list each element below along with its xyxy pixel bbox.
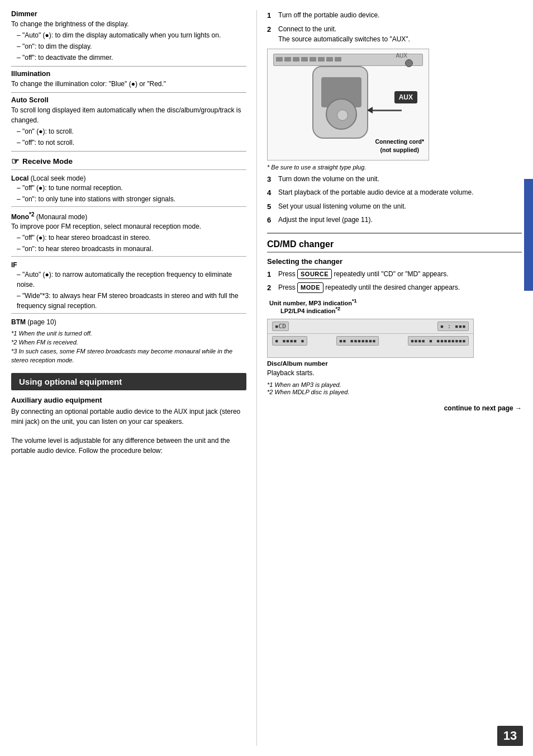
section-autoscroll: Auto Scroll To scroll long displayed ite… <box>11 92 246 148</box>
cdmd-footnote-2: *2 When MDLP disc is played. <box>267 389 522 395</box>
step-4: 4 Start playback of the portable audio d… <box>267 187 522 199</box>
continue-next: continue to next page → <box>267 404 522 412</box>
aux-body2: The volume level is adjustable for any d… <box>11 436 246 456</box>
playback-starts: Playback starts. <box>267 368 522 378</box>
footnote-1: *1 When the unit is turned off. <box>11 329 246 338</box>
section-illumination: Illumination To change the illumination … <box>11 66 246 89</box>
illumination-body: To change the illumination color: "Blue"… <box>11 79 246 89</box>
btm-section: BTM (page 10) <box>11 313 246 326</box>
cdmd-step-1-content: Press SOURCE repeatedly until "CD" or "M… <box>278 269 449 280</box>
section-dimmer: Dimmer To change the brightness of the d… <box>11 10 246 63</box>
step-2-content: Connect to the unit. The source automati… <box>278 24 410 44</box>
aux-top-label: AUX <box>396 53 407 59</box>
slot-3 <box>293 57 299 62</box>
local-section: Local (Local seek mode) – "off" (●): to … <box>11 169 246 204</box>
autoscroll-body1: To scroll long displayed item automatica… <box>11 105 246 125</box>
autoscroll-on: – "on" (●): to scroll. <box>11 126 246 136</box>
selecting-title: Selecting the changer <box>267 257 522 266</box>
step-4-text: Start playback of the portable audio dev… <box>278 187 474 199</box>
display-diagram: ▪CD ▪ : ▪▪▪ ▪ ▪▪▪▪ ▪ ▪▪ ▪▪▪▪▪▪▪ ▪▪▪▪ ▪ ▪… <box>267 319 474 358</box>
section-receive-mode: ☞ Receive Mode Local (Local seek mode) –… <box>11 151 246 365</box>
right-column: 1 Turn off the portable audio device. 2 … <box>257 10 522 746</box>
mode-button: MODE <box>297 282 323 293</box>
cord-label: Connecting cord*(not supplied) <box>375 138 424 154</box>
step-2-text: Connect to the unit. <box>278 24 410 34</box>
step-6-text: Adjust the input level (page 11). <box>278 215 373 226</box>
display-labels-area: Unit number, MP3 indication*1 LP2/LP4 in… <box>267 298 522 314</box>
dimmer-auto: – "Auto" (●): to dim the display automat… <box>11 30 246 40</box>
cord-line <box>368 110 402 111</box>
step-1-num: 1 <box>267 10 275 21</box>
step-2-num: 2 <box>267 24 275 44</box>
local-heading: Local (Local seek mode) <box>11 174 246 182</box>
footnote-2: *2 When FM is received. <box>11 338 246 347</box>
cdmd-title: CD/MD changer <box>267 239 522 253</box>
aux-steps-bottom: 3 Turn down the volume on the unit. 4 St… <box>267 174 522 226</box>
step-3-text: Turn down the volume on the unit. <box>278 174 379 185</box>
mono-label: Mono <box>11 213 29 221</box>
display-row-2: ▪ ▪▪▪▪ ▪ ▪▪ ▪▪▪▪▪▪▪ ▪▪▪▪ ▪ ▪▪▪▪▪▪▪▪ <box>268 334 473 348</box>
aux-diagram: AUX AUX Connecting cord*(not supplied) <box>267 49 429 160</box>
aux-badge: AUX <box>394 91 417 103</box>
banner: Using optional equipment <box>11 373 246 390</box>
disp-cell-2-3: ▪▪▪▪ ▪ ▪▪▪▪▪▪▪▪ <box>408 336 469 346</box>
local-label: Local <box>11 174 28 182</box>
step-5-text: Set your usual listening volume on the u… <box>278 201 406 212</box>
aux-asterisk-note: * Be sure to use a straight type plug. <box>267 164 522 171</box>
display-row-1: ▪CD ▪ : ▪▪▪ <box>268 319 473 334</box>
disp-cell-1-1: ▪CD <box>272 322 289 331</box>
cdmd-step-2-num: 2 <box>267 282 275 294</box>
local-on: – "on": to only tune into stations with … <box>11 194 246 204</box>
unit-number-label: Unit number, MP3 indication*1 <box>269 298 522 306</box>
step-2-sub: The source automatically switches to "AU… <box>278 34 410 44</box>
dimmer-title: Dimmer <box>11 10 246 18</box>
autoscroll-off: – "off": to not scroll. <box>11 138 246 148</box>
if-wide: – "Wide"*3: to always hear FM stereo bro… <box>11 291 246 311</box>
left-column: Dimmer To change the brightness of the d… <box>11 10 257 746</box>
page-number: 13 <box>497 726 523 746</box>
cdmd-steps: 1 Press SOURCE repeatedly until "CD" or … <box>267 269 522 294</box>
receive-mode-header: ☞ Receive Mode <box>11 156 246 167</box>
dimmer-on: – "on": to dim the display. <box>11 41 246 51</box>
aux-steps-top: 1 Turn off the portable audio device. 2 … <box>267 10 522 44</box>
slot-5 <box>310 57 316 62</box>
step-4-num: 4 <box>267 187 275 199</box>
source-button: SOURCE <box>297 269 332 280</box>
local-extra: (Local seek mode) <box>31 174 86 182</box>
footnote-3: *3 In such cases, some FM stereo broadca… <box>11 347 246 365</box>
mono-on: – "on": to hear stereo broadcasts in mon… <box>11 244 246 254</box>
slot-7 <box>326 57 333 62</box>
receive-mode-icon: ☞ <box>11 156 19 167</box>
cdmd-step-2: 2 Press MODE repeatedly until the desire… <box>267 282 522 294</box>
receive-footnotes: *1 When the unit is turned off. *2 When … <box>11 329 246 365</box>
disc-album-label: Disc/Album number <box>267 360 522 367</box>
device-wheel <box>326 98 357 130</box>
divider-cdmd <box>267 233 522 234</box>
disp-cell-1-3: ▪ : ▪▪▪ <box>437 322 469 331</box>
illumination-title: Illumination <box>11 70 246 78</box>
mono-heading: Mono*2 (Monaural mode) <box>11 211 246 221</box>
mono-section: Mono*2 (Monaural mode) To improve poor F… <box>11 206 246 254</box>
aux-body1: By connecting an optional portable audio… <box>11 407 246 427</box>
step-5-num: 5 <box>267 201 275 212</box>
if-auto: – "Auto" (●): to narrow automatically th… <box>11 270 246 290</box>
dimmer-off: – "off": to deactivate the dimmer. <box>11 53 246 63</box>
mono-body: To improve poor FM reception, select mon… <box>11 221 246 231</box>
cdmd-footnote-1: *1 When an MP3 is played. <box>267 381 522 388</box>
step-6: 6 Adjust the input level (page 11). <box>267 215 522 226</box>
step-2: 2 Connect to the unit. The source automa… <box>267 24 522 44</box>
slot-2 <box>284 57 291 62</box>
aux-port <box>405 59 413 67</box>
dimmer-body1: To change the brightness of the display. <box>11 19 246 29</box>
aux-section: Auxiliary audio equipment By connecting … <box>11 396 246 456</box>
disp-cell-2-1: ▪ ▪▪▪▪ ▪ <box>272 336 307 346</box>
cord-arrow <box>367 107 373 114</box>
cdmd-footnotes: *1 When an MP3 is played. *2 When MDLP d… <box>267 381 522 395</box>
step-3-num: 3 <box>267 174 275 185</box>
lp-indication-label: LP2/LP4 indication*2 <box>280 306 522 314</box>
slot-8 <box>335 57 341 62</box>
local-off: – "off" (●): to tune normal reception. <box>11 183 246 193</box>
step-3: 3 Turn down the volume on the unit. <box>267 174 522 185</box>
step-6-num: 6 <box>267 215 275 226</box>
btm-heading: BTM (page 10) <box>11 318 246 326</box>
